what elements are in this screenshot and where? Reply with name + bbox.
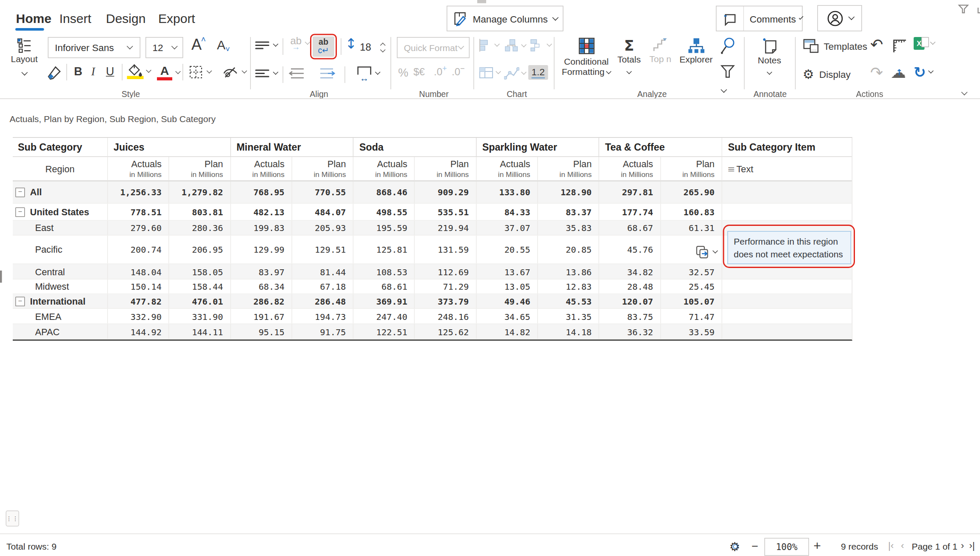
value-cell[interactable]: 778.51: [108, 204, 169, 220]
zoom-level-field[interactable]: 100%: [764, 538, 809, 556]
value-cell[interactable]: 247.40: [353, 309, 415, 324]
bold-button[interactable]: B: [74, 65, 83, 79]
measure-header-actuals[interactable]: Actualsin Millions: [476, 157, 538, 181]
focus-mode-icon[interactable]: [976, 3, 980, 15]
borders-button[interactable]: [188, 65, 211, 80]
ruler-button[interactable]: [892, 38, 908, 54]
cell-note-button[interactable]: [695, 245, 717, 259]
conditional-formatting-button[interactable]: Conditional Formatting: [560, 37, 612, 77]
comments-button[interactable]: Comments: [716, 6, 803, 31]
value-cell[interactable]: 91.75: [292, 324, 353, 339]
tab-insert[interactable]: Insert: [60, 11, 91, 26]
row-label-cell[interactable]: Midwest: [13, 279, 108, 294]
row-height-stepper[interactable]: 18: [357, 37, 386, 57]
value-cell[interactable]: 14.82: [476, 324, 538, 339]
annotation-note[interactable]: Performance in this region does not meet…: [727, 231, 851, 264]
value-cell[interactable]: 248.16: [415, 309, 476, 324]
value-cell[interactable]: 200.74: [108, 236, 169, 264]
item-cell[interactable]: [722, 204, 852, 220]
filter-button[interactable]: [720, 64, 736, 79]
value-cell[interactable]: 125.62: [415, 324, 476, 339]
notes-button[interactable]: Notes: [750, 37, 789, 77]
row-label-cell[interactable]: Central: [13, 264, 108, 279]
value-cell[interactable]: 33.59: [661, 324, 722, 339]
value-cell[interactable]: 36.32: [599, 324, 661, 339]
value-cell[interactable]: 37.07: [476, 221, 538, 235]
value-cell[interactable]: 205.93: [292, 221, 353, 235]
value-cell[interactable]: 803.81: [169, 204, 231, 220]
item-cell[interactable]: [722, 279, 852, 294]
value-cell[interactable]: 71.47: [661, 309, 722, 324]
value-cell[interactable]: 297.81: [599, 181, 661, 203]
value-cell[interactable]: 482.13: [231, 204, 292, 220]
zoom-in-button[interactable]: +: [814, 539, 821, 553]
layout-button[interactable]: Layout: [6, 37, 42, 78]
text-overflow-button[interactable]: ab →: [291, 37, 310, 50]
row-label-cell[interactable]: EMEA: [13, 309, 108, 324]
value-cell[interactable]: 477.82: [108, 294, 169, 308]
font-size-select[interactable]: 12: [145, 37, 183, 58]
tab-home[interactable]: Home: [16, 11, 51, 26]
hierarchy-chart-button[interactable]: [504, 38, 526, 54]
value-cell[interactable]: 144.11: [169, 324, 231, 339]
clear-format-button[interactable]: [222, 65, 246, 80]
value-cell[interactable]: 122.51: [353, 324, 415, 339]
value-cell[interactable]: 45.76: [599, 236, 661, 264]
value-cell[interactable]: 67.18: [292, 279, 353, 294]
value-cell[interactable]: 13.05: [476, 279, 538, 294]
value-cell[interactable]: 81.44: [292, 264, 353, 279]
top-n-button[interactable]: Top n: [646, 37, 675, 64]
item-cell[interactable]: [722, 181, 852, 203]
value-cell[interactable]: 279.60: [108, 221, 169, 235]
value-cell[interactable]: 31.35: [538, 309, 599, 324]
column-header-sub-category[interactable]: Sub Category: [13, 138, 108, 157]
tab-export[interactable]: Export: [158, 11, 195, 26]
value-cell[interactable]: 148.04: [108, 264, 169, 279]
collapse-ribbon-chevron[interactable]: [962, 87, 967, 98]
value-cell[interactable]: 369.91: [353, 294, 415, 308]
row-height-spinners[interactable]: [381, 42, 385, 52]
row-header-region[interactable]: Region: [13, 157, 108, 181]
format-painter-button[interactable]: [47, 65, 62, 82]
italic-button[interactable]: I: [91, 65, 95, 79]
row-label-cell[interactable]: Pacific: [13, 236, 108, 264]
value-cell[interactable]: 498.55: [353, 204, 415, 220]
visual-resize-handle[interactable]: [477, 0, 486, 3]
value-cell[interactable]: 206.95: [169, 236, 231, 264]
line-chart-button[interactable]: [504, 66, 526, 80]
value-cell[interactable]: 194.73: [292, 309, 353, 324]
value-cell[interactable]: 28.48: [599, 279, 661, 294]
value-cell[interactable]: 265.90: [661, 181, 722, 203]
export-excel-button[interactable]: X: [914, 37, 935, 50]
value-cell[interactable]: 25.45: [661, 279, 722, 294]
value-cell[interactable]: 20.85: [538, 236, 599, 264]
value-cell[interactable]: 95.15: [231, 324, 292, 339]
manage-columns-button[interactable]: Manage Columns: [447, 6, 564, 31]
undo-button[interactable]: ↶: [870, 36, 883, 54]
value-cell[interactable]: 32.57: [661, 264, 722, 279]
value-cell[interactable]: 868.46: [353, 181, 415, 203]
collapse-toggle[interactable]: −: [15, 207, 25, 217]
row-label-cell[interactable]: −United States: [13, 204, 108, 220]
number-format-toggle[interactable]: 1.2: [528, 65, 548, 80]
wrap-text-button[interactable]: ab c↵: [313, 37, 334, 57]
next-page-button[interactable]: ›: [961, 540, 964, 551]
explorer-button[interactable]: Explorer: [678, 37, 715, 65]
currency-format-button[interactable]: $€: [413, 66, 425, 78]
measure-header-plan[interactable]: Planin Millions: [538, 157, 599, 181]
search-button[interactable]: [720, 37, 736, 55]
outdent-button[interactable]: [288, 66, 305, 80]
row-label-cell[interactable]: −International: [13, 294, 108, 308]
value-cell[interactable]: 13.86: [538, 264, 599, 279]
cloud-upload-button[interactable]: ☁ ↑: [891, 64, 906, 82]
value-cell[interactable]: 125.81: [353, 236, 415, 264]
value-cell[interactable]: 1,256.33: [108, 181, 169, 203]
measure-header-actuals[interactable]: Actualsin Millions: [108, 157, 169, 181]
value-cell[interactable]: 108.53: [353, 264, 415, 279]
value-cell[interactable]: 129.51: [292, 236, 353, 264]
value-cell[interactable]: 83.97: [231, 264, 292, 279]
column-group-header[interactable]: Sparkling Water: [476, 138, 599, 157]
value-cell[interactable]: 120.07: [599, 294, 661, 308]
value-cell[interactable]: 68.67: [599, 221, 661, 235]
account-button[interactable]: [818, 5, 862, 31]
